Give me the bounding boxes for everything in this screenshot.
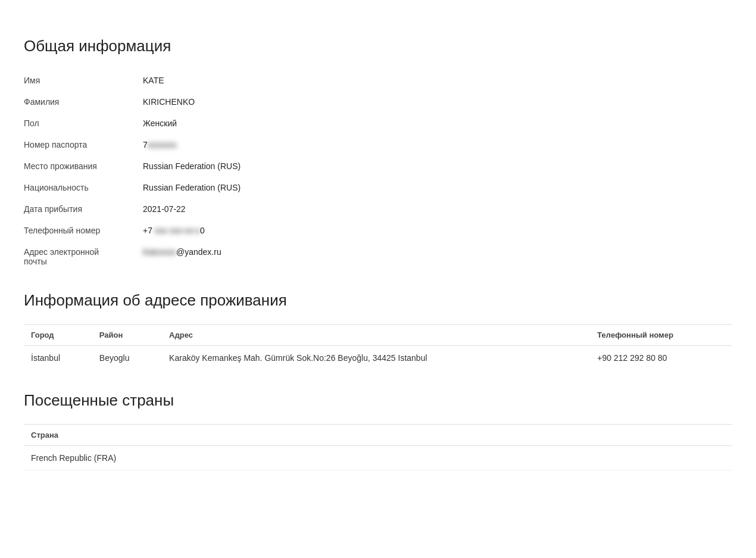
field-email: Адрес электроннойпочты Katxxxxx@yandex.r…: [24, 241, 732, 272]
address-table-header: Город Район Адрес Телефонный номер: [24, 325, 732, 346]
address-street: Karaköy Kemankeş Mah. Gümrük Sok.No:26 B…: [162, 346, 590, 370]
value-arrival-date: 2021-07-22: [143, 204, 186, 214]
phone-suffix: 0: [200, 226, 205, 235]
col-country: Страна: [24, 425, 732, 446]
col-city: Город: [24, 325, 92, 346]
label-passport: Номер паспорта: [24, 140, 143, 149]
address-title: Информация об адресе проживания: [24, 291, 732, 310]
address-phone: +90 212 292 80 80: [590, 346, 732, 370]
label-surname: Фамилия: [24, 97, 143, 107]
field-name: Имя KATE: [24, 70, 732, 91]
value-email: Katxxxxx@yandex.ru: [143, 247, 221, 257]
label-name: Имя: [24, 76, 143, 85]
visited-section: Посещенные страны Страна French Republic…: [24, 391, 732, 470]
field-gender: Пол Женский: [24, 113, 732, 134]
table-row: İstanbul Beyoglu Karaköy Kemankeş Mah. G…: [24, 346, 732, 370]
address-district: Beyoglu: [92, 346, 162, 370]
address-section: Информация об адресе проживания Город Ра…: [24, 291, 732, 370]
page-container: Общая информация Имя KATE Фамилия KIRICH…: [24, 37, 732, 470]
field-phone: Телефонный номер +7 xxx xxx-xx-x0: [24, 220, 732, 241]
visited-table-header: Страна: [24, 425, 732, 446]
email-suffix: @yandex.ru: [176, 247, 221, 257]
value-name: KATE: [143, 76, 164, 85]
visited-table: Страна French Republic (FRA): [24, 424, 732, 470]
col-phone: Телефонный номер: [590, 325, 732, 346]
label-arrival-date: Дата прибытия: [24, 204, 143, 214]
general-info-fields: Имя KATE Фамилия KIRICHENKO Пол Женский …: [24, 70, 732, 272]
general-info-title: Общая информация: [24, 37, 732, 55]
label-email: Адрес электроннойпочты: [24, 247, 143, 266]
value-passport: 7xxxxxxx: [143, 140, 177, 149]
phone-prefix: +7: [143, 226, 155, 235]
value-gender: Женский: [143, 119, 177, 128]
col-address: Адрес: [162, 325, 590, 346]
address-city: İstanbul: [24, 346, 92, 370]
phone-blurred: xxx xxx-xx-x: [155, 226, 200, 235]
value-nationality: Russian Federation (RUS): [143, 183, 240, 192]
email-blurred: Katxxxxx: [143, 247, 176, 257]
passport-blurred: xxxxxxx: [148, 140, 177, 149]
visited-country: French Republic (FRA): [24, 446, 732, 470]
label-phone: Телефонный номер: [24, 226, 143, 235]
table-row: French Republic (FRA): [24, 446, 732, 470]
col-district: Район: [92, 325, 162, 346]
field-residence: Место проживания Russian Federation (RUS…: [24, 155, 732, 177]
field-surname: Фамилия KIRICHENKO: [24, 91, 732, 113]
value-residence: Russian Federation (RUS): [143, 161, 240, 171]
label-nationality: Национальность: [24, 183, 143, 192]
label-residence: Место проживания: [24, 161, 143, 171]
passport-prefix: 7: [143, 140, 148, 149]
value-surname: KIRICHENKO: [143, 97, 195, 107]
field-nationality: Национальность Russian Federation (RUS): [24, 177, 732, 198]
address-table: Город Район Адрес Телефонный номер İstan…: [24, 324, 732, 370]
label-gender: Пол: [24, 119, 143, 128]
value-phone: +7 xxx xxx-xx-x0: [143, 226, 205, 235]
field-passport: Номер паспорта 7xxxxxxx: [24, 134, 732, 155]
field-arrival-date: Дата прибытия 2021-07-22: [24, 198, 732, 220]
visited-title: Посещенные страны: [24, 391, 732, 410]
